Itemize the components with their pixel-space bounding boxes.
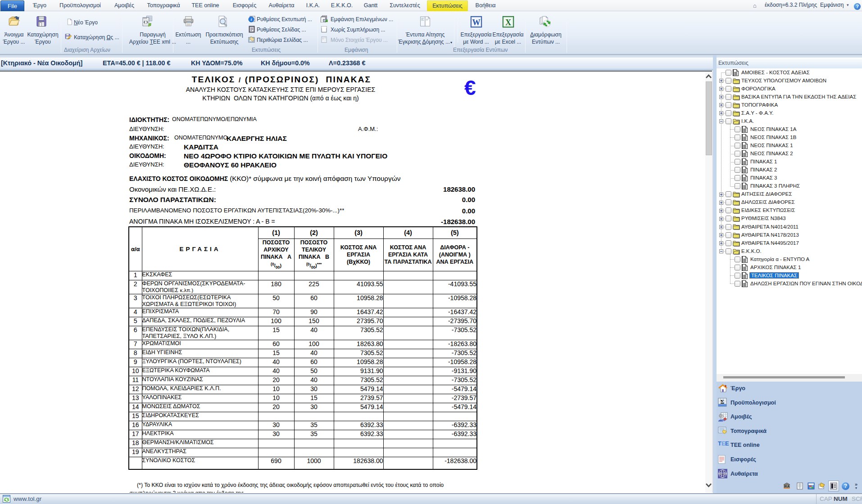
svg-text:W: W <box>472 18 480 27</box>
svg-text:IKA: IKA <box>784 485 789 488</box>
svg-text:T: T <box>718 441 721 446</box>
svg-text:X: X <box>505 18 511 27</box>
svg-text:E: E <box>725 441 729 446</box>
svg-text:Σ: Σ <box>721 398 725 405</box>
